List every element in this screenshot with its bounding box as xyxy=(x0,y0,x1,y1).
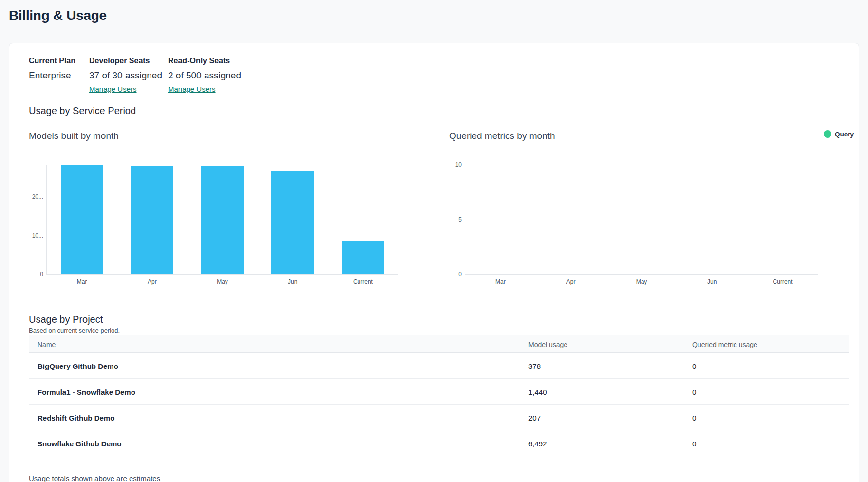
page-title: Billing & Usage xyxy=(9,8,107,23)
current-plan-value: Enterprise xyxy=(29,70,75,81)
project-name-cell: Formula1 - Snowflake Demo xyxy=(38,388,135,396)
usage-by-project-table: Name Model usage Queried metric usage Bi… xyxy=(29,335,849,467)
x-axis-tick-label: May xyxy=(217,278,228,285)
table-row: Snowflake Github Demo 6,492 0 xyxy=(29,430,849,456)
bar-current xyxy=(342,241,384,274)
x-axis-tick-label: Current xyxy=(353,278,373,285)
usage-by-service-period-heading: Usage by Service Period xyxy=(29,105,136,116)
usage-by-project-subtitle: Based on current service period. xyxy=(29,327,120,334)
manage-users-link-read-only[interactable]: Manage Users xyxy=(168,85,216,93)
read-only-seats-summary: Read-Only Seats 2 of 500 assigned Manage… xyxy=(168,57,241,94)
usage-estimates-note: Usage totals shown above are estimates xyxy=(29,474,160,482)
queried-usage-cell: 0 xyxy=(692,388,696,396)
query-legend-dot-icon xyxy=(824,130,831,138)
column-header-queried-metric-usage: Queried metric usage xyxy=(692,341,757,348)
developer-seats-value: 37 of 30 assigned xyxy=(89,70,162,81)
table-row: Formula1 - Snowflake Demo 1,440 0 xyxy=(29,379,849,405)
current-plan-label: Current Plan xyxy=(29,57,75,65)
table-footer-strip xyxy=(29,456,849,467)
queried-usage-cell: 0 xyxy=(692,414,696,422)
project-name-cell: Snowflake Github Demo xyxy=(38,440,122,448)
project-name-cell: Redshift Github Demo xyxy=(38,414,114,422)
x-axis-tick-label: Mar xyxy=(495,278,506,285)
x-axis-tick-label: Current xyxy=(773,278,793,285)
y-axis-tick-label: 10... xyxy=(32,232,47,239)
read-only-seats-value: 2 of 500 assigned xyxy=(168,70,241,81)
table-row: BigQuery Github Demo 378 0 xyxy=(29,353,849,379)
developer-seats-label: Developer Seats xyxy=(89,57,162,65)
current-plan-summary: Current Plan Enterprise xyxy=(29,57,75,81)
project-name-cell: BigQuery Github Demo xyxy=(38,362,118,370)
x-axis-tick-label: Jun xyxy=(707,278,717,285)
model-usage-cell: 6,492 xyxy=(528,440,547,448)
x-axis-tick-label: Mar xyxy=(77,278,87,285)
models-built-chart: 010...20...MarAprMayJunCurrent xyxy=(46,165,398,275)
usage-by-project-heading: Usage by Project xyxy=(29,314,103,325)
table-row: Redshift Github Demo 207 0 xyxy=(29,405,849,430)
query-legend-label: Query xyxy=(835,131,854,138)
table-body: BigQuery Github Demo 378 0 Formula1 - Sn… xyxy=(29,353,849,456)
developer-seats-summary: Developer Seats 37 of 30 assigned Manage… xyxy=(89,57,162,94)
x-axis-tick-label: Jun xyxy=(288,278,297,285)
column-header-name: Name xyxy=(38,341,56,348)
x-axis-tick-label: Apr xyxy=(148,278,157,285)
y-axis-tick-label: 10 xyxy=(455,161,465,168)
models-built-chart-title: Models built by month xyxy=(29,131,119,141)
table-header-row: Name Model usage Queried metric usage xyxy=(29,335,849,353)
bar-jun xyxy=(271,171,314,274)
bar-apr xyxy=(131,166,173,274)
read-only-seats-label: Read-Only Seats xyxy=(168,57,241,65)
x-axis-tick-label: Apr xyxy=(566,278,576,285)
billing-card: Current Plan Enterprise Developer Seats … xyxy=(9,43,859,482)
query-legend: Query xyxy=(824,130,854,138)
queried-usage-cell: 0 xyxy=(692,440,696,448)
model-usage-cell: 207 xyxy=(528,414,541,422)
model-usage-cell: 1,440 xyxy=(528,388,547,396)
queried-metrics-chart-title: Queried metrics by month xyxy=(449,131,555,141)
bar-may xyxy=(201,166,244,274)
y-axis-tick-label: 5 xyxy=(458,216,465,223)
queried-metrics-chart: 0510MarAprMayJunCurrent xyxy=(465,165,818,275)
model-usage-cell: 378 xyxy=(528,362,541,370)
manage-users-link-developer[interactable]: Manage Users xyxy=(89,85,137,93)
y-axis-tick-label: 20... xyxy=(32,193,47,200)
queried-usage-cell: 0 xyxy=(692,362,696,370)
bar-mar xyxy=(61,165,103,274)
y-axis-tick-label: 0 xyxy=(40,271,47,278)
y-axis-tick-label: 0 xyxy=(458,271,465,278)
column-header-model-usage: Model usage xyxy=(528,341,567,348)
x-axis-tick-label: May xyxy=(636,278,647,285)
